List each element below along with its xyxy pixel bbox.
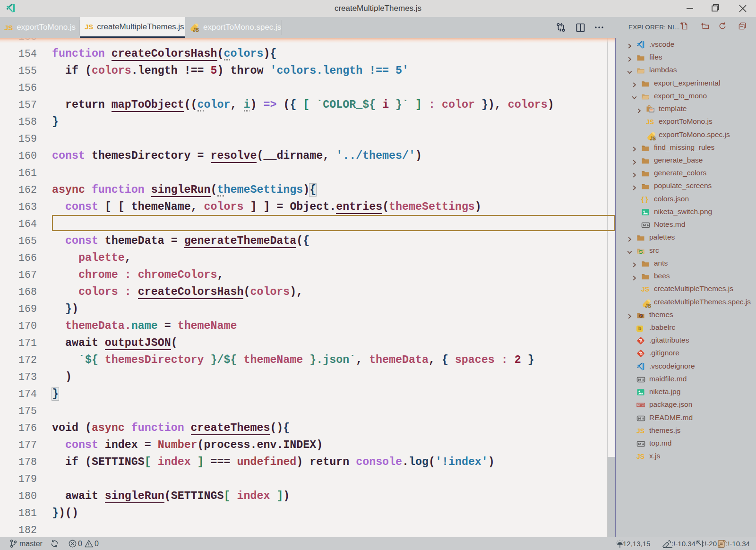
svg-text:JS: JS <box>193 27 199 33</box>
svg-text:JS: JS <box>650 136 656 141</box>
svg-text:JS: JS <box>645 303 652 309</box>
